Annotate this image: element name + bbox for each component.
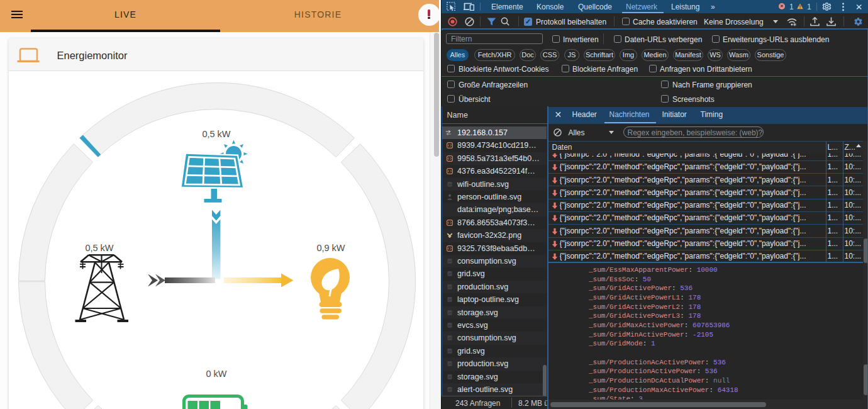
- svg-text:0 kW: 0 kW: [206, 369, 226, 379]
- svg-text:0,9 kW: 0,9 kW: [316, 243, 345, 253]
- svg-text:0,5 kW: 0,5 kW: [202, 129, 230, 139]
- svg-text:0,5 kW: 0,5 kW: [85, 243, 113, 253]
